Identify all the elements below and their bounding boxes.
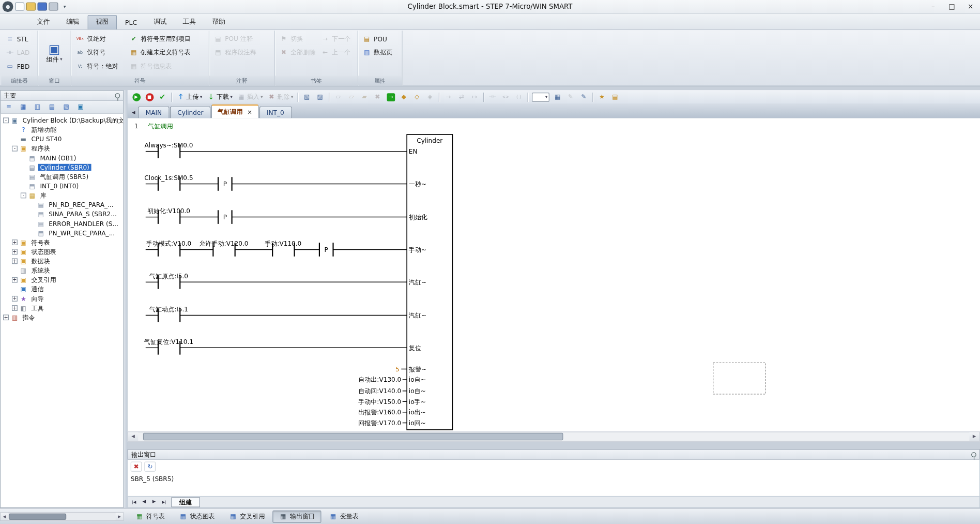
menu-item-4[interactable]: 调试 — [145, 15, 175, 29]
menu-item-2[interactable]: 视图 — [87, 15, 117, 29]
collapse-icon[interactable]: - — [21, 192, 26, 198]
tree-item[interactable]: +★向导 — [1, 294, 123, 303]
scroll-thumb[interactable] — [143, 433, 563, 441]
nav-prev-button[interactable]: ◀ — [140, 498, 149, 506]
clear-output-button[interactable]: ✖ — [131, 461, 142, 471]
nav-first-button[interactable]: |◀ — [129, 498, 139, 506]
tree-item[interactable]: +▣状态图表 — [1, 247, 123, 257]
scroll-left-arrow[interactable]: ◀ — [128, 432, 138, 441]
expand-icon[interactable]: + — [12, 258, 18, 264]
run-button[interactable]: ▶ — [130, 91, 143, 103]
clear-force-button[interactable]: ◈ — [424, 91, 436, 103]
editor-tab-3[interactable]: INT_0 — [259, 107, 292, 118]
contact-operand[interactable]: 手动模式:V10.0 — [146, 240, 192, 247]
close-pou-button[interactable]: ✖ — [371, 91, 384, 103]
ribbon-button-create-sym[interactable]: ▦创建未定义符号表 — [128, 46, 206, 59]
new-file-icon[interactable] — [15, 3, 24, 11]
tree-item[interactable]: +▣交叉引用 — [1, 275, 123, 285]
qat-more-icon[interactable]: ▾ — [60, 3, 69, 11]
ribbon-button-lad[interactable]: ⊣⊢LAD — [4, 46, 35, 59]
menu-item-3[interactable]: PLC — [117, 16, 145, 29]
io-operand[interactable]: 回报警:V170.0 — [358, 420, 401, 427]
constant-value[interactable]: 5 — [395, 366, 400, 373]
scroll-right-arrow[interactable]: ▶ — [116, 513, 124, 520]
pou-edit-button[interactable]: ✎ — [564, 91, 577, 103]
ribbon-button-prop-data[interactable]: ▥数据页 — [361, 46, 400, 59]
view-grid-button[interactable]: ▦ — [17, 101, 29, 113]
expand-icon[interactable]: + — [12, 296, 18, 302]
collapse-icon[interactable]: - — [3, 117, 9, 123]
ribbon-button-pou-comment[interactable]: ▤POU 注释 — [212, 32, 272, 46]
ribbon-button-prop-pou[interactable]: ▤POU — [361, 32, 400, 46]
io-operand[interactable]: 自动出:V130.0 — [358, 376, 401, 383]
expand-icon[interactable]: + — [12, 277, 18, 283]
scroll-right-arrow[interactable]: ▶ — [969, 432, 979, 441]
tree-item[interactable]: -▣程序块 — [1, 144, 123, 153]
library-button[interactable]: ▤ — [609, 91, 621, 103]
move-end-button[interactable]: ↦ — [468, 91, 481, 103]
network-comment[interactable]: 气缸调用 — [148, 123, 173, 130]
upload-button[interactable]: ↑上传▾ — [174, 91, 204, 103]
contact-operand[interactable]: 气缸动点:I5.1 — [149, 306, 188, 313]
view-chart-button[interactable]: ▧ — [60, 101, 72, 113]
ribbon-button-bm-next[interactable]: →下一个 — [319, 32, 355, 46]
open-prev-button[interactable]: ▱ — [345, 91, 358, 103]
sidebar-hscrollbar[interactable]: ◀▶ — [0, 512, 124, 521]
tree-item[interactable]: +▣数据块 — [1, 257, 123, 266]
expand-icon[interactable]: + — [12, 249, 18, 254]
editor-tab-0[interactable]: MAIN — [138, 107, 169, 118]
contact-operand[interactable]: Clock_1s:SM0.5 — [144, 174, 193, 182]
io-operand[interactable]: 自动回:V140.0 — [358, 387, 401, 395]
status-tab-2[interactable]: ▦交叉引用 — [222, 510, 271, 522]
ribbon-button-vbx[interactable]: VBx仅绝对 — [74, 32, 128, 46]
io-operand[interactable]: 出报警:V160.0 — [358, 409, 401, 416]
ribbon-button-bm-prev[interactable]: ←上一个 — [319, 46, 355, 59]
force-button[interactable]: ◆ — [397, 91, 410, 103]
contact-operand[interactable]: 气缸复位:V110.1 — [144, 338, 193, 346]
window-toggle-button[interactable]: ▱ — [332, 91, 344, 103]
selection-rect[interactable] — [713, 363, 766, 394]
ribbon-button-apply-sym[interactable]: ✔将符号应用到项目 — [128, 32, 206, 46]
open-next-button[interactable]: ▰ — [358, 91, 371, 103]
contact-operand[interactable]: 气缸原点:I5.0 — [149, 273, 188, 280]
open-file-icon[interactable] — [26, 3, 36, 11]
status-tab-4[interactable]: ▦变量表 — [323, 510, 365, 522]
insert-coil-button[interactable]: ( ) — [513, 91, 525, 103]
scroll-thumb[interactable] — [9, 513, 66, 519]
address-combo[interactable]: ▾ — [532, 92, 549, 101]
save-icon[interactable] — [38, 3, 47, 11]
collapse-icon[interactable]: - — [12, 146, 18, 152]
ribbon-button-stl[interactable]: ≡STL — [4, 32, 35, 46]
tree-item[interactable]: ?新增功能 — [1, 125, 123, 134]
insert-button[interactable]: ▦插入▾ — [235, 91, 265, 103]
tree-item[interactable]: ▤PN_WR_REC_PARA_... — [1, 228, 123, 237]
execute-button[interactable]: → — [385, 91, 397, 103]
view-list-button[interactable]: ▤ — [45, 101, 58, 113]
close-tab-icon[interactable]: × — [247, 109, 252, 115]
print-icon[interactable] — [49, 3, 58, 11]
wizard-button[interactable]: ★ — [595, 91, 608, 103]
maximize-button[interactable]: □ — [942, 0, 961, 13]
menu-item-1[interactable]: 编辑 — [58, 15, 87, 29]
app-icon[interactable]: ● — [3, 1, 13, 12]
contact-operand[interactable]: Always~:SM0.0 — [145, 142, 193, 149]
contact-operand[interactable]: 初始化:V100.0 — [147, 207, 190, 215]
ribbon-button-component[interactable]: ▣组件▾ — [41, 32, 68, 76]
ladder-network[interactable]: 1气缸调用Always~:SM0.0ENClock_1s:SM0.5P一秒~初始… — [128, 118, 980, 432]
contact-operand[interactable]: 手动:V110.0 — [265, 240, 301, 247]
tree-item[interactable]: ▤MAIN (OB1) — [1, 153, 123, 162]
compile-button[interactable]: ✔ — [156, 91, 169, 103]
close-button[interactable]: × — [961, 0, 980, 13]
status-tab-3[interactable]: ▦输出窗口 — [272, 510, 321, 522]
nav-last-button[interactable]: ▶| — [159, 498, 169, 506]
expand-icon[interactable]: + — [3, 315, 9, 320]
ribbon-button-sym-info[interactable]: ▦符号信息表 — [128, 59, 206, 73]
program-status-button[interactable]: ▧ — [301, 91, 313, 103]
tree-item[interactable]: -▣Cylinder Block (D:\Backup\我的文... — [1, 116, 123, 125]
unforce-button[interactable]: ◇ — [411, 91, 423, 103]
editor-tab-1[interactable]: Cylinder — [170, 107, 211, 118]
output-tab-build[interactable]: 组建 — [171, 497, 200, 507]
tree-item[interactable]: ▤SINA_PARA_S (SBR2... — [1, 209, 123, 219]
refresh-output-button[interactable]: ↻ — [144, 461, 156, 471]
symbol-edit-button[interactable]: ✎ — [577, 91, 590, 103]
